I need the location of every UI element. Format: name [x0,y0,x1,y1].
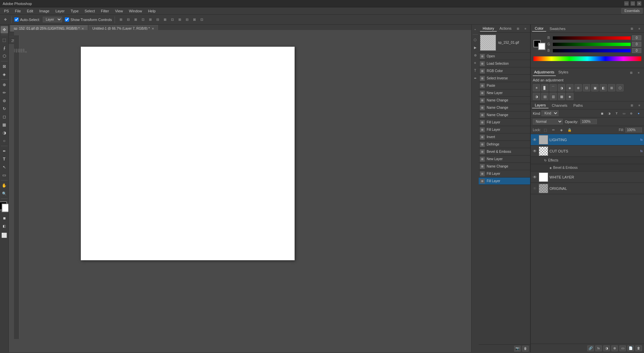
lasso-tool[interactable]: ∮ [1,44,8,52]
filter-toggle-icon[interactable]: ● [635,110,642,117]
link-layers-button[interactable]: 🔗 [587,345,594,351]
menu-window[interactable]: Window [126,8,145,14]
panel-menu-icon[interactable]: ≡ [522,25,529,32]
history-item-fill-layer-1[interactable]: ▦ Fill Layer [479,119,530,126]
layer-mask-button[interactable]: ◑ [603,345,610,351]
menu-filter[interactable]: Filter [98,8,112,14]
selective-color-icon[interactable]: ◈ [566,93,574,100]
b-slider[interactable] [553,49,631,52]
menu-layer[interactable]: Layer [53,8,67,14]
show-transform-checkbox[interactable] [65,17,69,22]
history-item-load-selection[interactable]: ▦ Load Selection [479,60,530,67]
history-item-new-layer-2[interactable]: ▦ New Layer [479,155,530,163]
channel-mixer-icon[interactable]: ⊞ [608,84,615,91]
distribute-bottom-icon[interactable]: ⊡ [198,16,205,23]
history-item-select-inverse[interactable]: ▦ Select Inverse [479,75,530,82]
lock-artboard-icon[interactable]: ◈ [558,127,565,133]
align-top-icon[interactable]: ⊡ [140,16,146,23]
distribute-right-icon[interactable]: ⊞ [176,16,183,23]
collapse-icon[interactable]: « [472,26,479,33]
crop-tool[interactable]: ⊠ [1,63,8,70]
layers-tab[interactable]: Layers [532,102,548,108]
tab-close-1[interactable]: ✕ [82,27,84,30]
r-value[interactable] [632,35,641,40]
history-item-name-change-3[interactable]: ▦ Name Change [479,111,530,119]
channels-tab[interactable]: Channels [549,103,570,108]
marquee-tool[interactable]: ⬚ [1,36,8,44]
background-color[interactable] [2,204,9,212]
b-value[interactable] [632,48,641,53]
invert-icon[interactable]: ◑ [533,93,540,100]
new-adjustment-layer-button[interactable]: ⊕ [611,345,618,351]
exposure-icon[interactable]: ◑ [558,84,565,91]
bw-icon[interactable]: ▣ [591,84,599,91]
dodge-tool[interactable]: ○ [1,137,8,144]
layer-original[interactable]: 👁 ORIGINAL [531,183,644,194]
menu-file[interactable]: File [12,8,24,14]
menu-help[interactable]: Help [145,8,158,14]
adjustments-tab[interactable]: Adjustments [533,69,556,76]
history-item-open[interactable]: ▦ Open [479,53,530,60]
zoom-tool[interactable]: 🔍 [1,190,8,197]
delete-layer-button[interactable]: 🗑 [635,345,642,351]
align-center-v-icon[interactable]: ⊞ [147,16,154,23]
new-layer-button[interactable]: 📄 [627,345,634,351]
layers-panel-expand[interactable]: ⊞ [629,102,635,109]
white-visibility-toggle[interactable]: 👁 [532,174,537,180]
adj-panel-menu[interactable]: ≡ [635,69,642,76]
adjustment-filter-icon[interactable]: ◑ [606,110,613,117]
blur-tool[interactable]: ◑ [1,129,8,136]
strip-action-icon[interactable]: ▶ [472,44,479,51]
kind-filter-select[interactable]: Kind [541,110,558,116]
eyedropper-tool[interactable]: ◈ [1,71,8,78]
adj-panel-expand[interactable]: ⊞ [628,69,635,76]
tab-close-2[interactable]: ✕ [152,27,154,30]
r-slider[interactable] [553,36,631,40]
layer-cut-outs[interactable]: 👁 CUT OUTS fx [531,145,644,157]
brightness-contrast-icon[interactable]: ☀ [533,84,540,91]
new-group-button[interactable]: ▭ [619,345,626,351]
fill-input[interactable] [625,127,642,132]
history-item-paste[interactable]: ▦ Paste [479,82,530,89]
history-item-fill-layer-2[interactable]: ▦ Fill Layer [479,126,530,133]
align-right-icon[interactable]: ⊠ [132,16,139,23]
cut-outs-visibility-toggle[interactable]: 👁 [532,148,537,154]
menu-edit[interactable]: Edit [24,8,36,14]
distribute-left-icon[interactable]: ⊠ [162,16,168,23]
workspace-button[interactable]: Essentials [621,8,643,14]
hue-sat-icon[interactable]: ⊕ [575,84,582,91]
actions-tab[interactable]: Actions [497,26,514,32]
shape-filter-icon[interactable]: ▭ [621,110,627,117]
history-item-defringe[interactable]: ▦ Defringe [479,141,530,148]
levels-icon[interactable]: ▊ [541,84,548,91]
color-panel-menu[interactable]: ≡ [636,25,643,32]
brush-tool[interactable]: ✏ [1,89,8,96]
menu-select[interactable]: Select [82,8,98,14]
history-item-rgb-color[interactable]: ▦ RGB Color [479,67,530,75]
layer-style-button[interactable]: fx [595,345,602,351]
color-lookup-icon[interactable]: ⬡ [616,84,624,91]
lock-all-icon[interactable]: 🔒 [566,127,573,133]
strip-paths-icon[interactable]: ✒ [472,75,479,81]
layer-white[interactable]: 👁 WHITE LAYER [531,171,644,183]
move-tool-icon[interactable]: ✥ [2,16,9,23]
opacity-input[interactable] [580,119,597,124]
history-tab[interactable]: History [480,26,497,32]
new-snapshot-button[interactable]: 📷 [514,346,521,352]
clone-stamp-tool[interactable]: ⊚ [1,97,8,104]
g-value[interactable] [632,42,641,47]
panel-expand-icon[interactable]: ⊞ [515,25,521,32]
shape-tool[interactable]: ▭ [1,171,8,179]
lock-position-icon[interactable]: ✏ [550,127,557,133]
strip-clone-icon[interactable]: ⊚ [472,52,479,58]
vibrance-icon[interactable]: ◈ [566,84,574,91]
auto-select-checkbox[interactable] [14,17,19,22]
gradient-tool[interactable]: ▦ [1,121,8,128]
path-selection-tool[interactable]: ↖ [1,163,8,171]
standard-mode-icon[interactable]: ◼ [1,214,8,222]
maximize-button[interactable]: □ [631,1,635,6]
strip-layers-icon[interactable]: ≡ [472,59,479,66]
curves-icon[interactable]: ⌒ [549,84,557,91]
quick-mask-icon[interactable]: ◧ [1,222,8,230]
color-balance-icon[interactable]: ⊡ [583,84,590,91]
